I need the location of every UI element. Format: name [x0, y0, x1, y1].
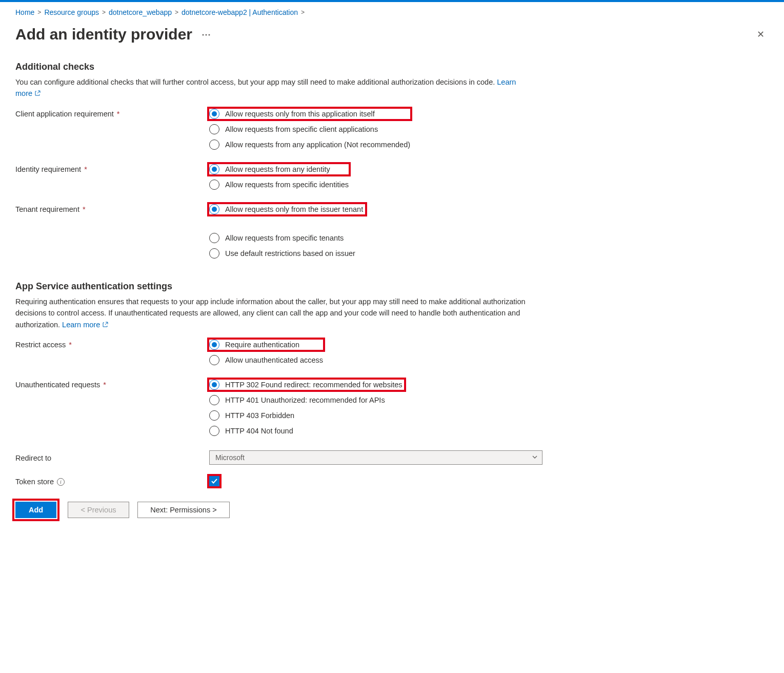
breadcrumb: Home > Resource groups > dotnetcore_weba… [15, 2, 769, 26]
chevron-right-icon: > [301, 9, 305, 16]
app-service-auth-desc: Requiring authentication ensures that re… [15, 296, 533, 340]
radio-label: Use default restrictions based on issuer [225, 249, 355, 258]
radio-label: HTTP 302 Found redirect: recommended for… [225, 381, 402, 389]
previous-button[interactable]: < Previous [68, 502, 129, 518]
radio-checked-icon [209, 380, 219, 390]
radio-label: HTTP 404 Not found [225, 427, 293, 435]
radio-http-302[interactable]: HTTP 302 Found redirect: recommended for… [209, 380, 402, 390]
learn-more-link[interactable]: Learn more [62, 321, 108, 329]
app-service-auth-heading: App Service authentication settings [15, 281, 769, 296]
radio-tenant-default[interactable]: Use default restrictions based on issuer [209, 248, 365, 259]
close-icon[interactable]: ✕ [753, 27, 769, 42]
radio-checked-icon [209, 204, 219, 214]
radio-unchecked-icon [209, 248, 219, 259]
info-icon[interactable]: i [57, 478, 65, 486]
radio-checked-icon [209, 340, 219, 350]
radio-unchecked-icon [209, 140, 219, 150]
radio-label: Allow requests from specific client appl… [225, 125, 378, 133]
radio-client-any-app[interactable]: Allow requests from any application (Not… [209, 140, 410, 150]
radio-label: HTTP 403 Forbidden [225, 411, 294, 420]
tenant-requirement-label: Tenant requirement * [15, 204, 209, 213]
radio-http-401[interactable]: HTTP 401 Unauthorized: recommended for A… [209, 395, 404, 405]
restrict-access-label: Restrict access * [15, 340, 209, 349]
external-link-icon [34, 88, 41, 94]
radio-label: HTTP 401 Unauthorized: recommended for A… [225, 396, 385, 404]
radio-label: Allow requests from any application (Not… [225, 141, 410, 149]
radio-http-404[interactable]: HTTP 404 Not found [209, 426, 404, 436]
token-store-checkbox[interactable] [209, 476, 219, 486]
page-title: Add an identity provider ⋯ [15, 26, 212, 43]
radio-unchecked-icon [209, 426, 219, 436]
radio-label: Require authentication [225, 341, 299, 349]
breadcrumb-authentication[interactable]: dotnetcore-webapp2 | Authentication [182, 8, 298, 16]
radio-identity-specific[interactable]: Allow requests from specific identities [209, 180, 349, 190]
next-permissions-button[interactable]: Next: Permissions > [137, 502, 230, 518]
radio-unchecked-icon [209, 395, 219, 405]
external-link-icon [102, 320, 108, 326]
more-icon[interactable]: ⋯ [202, 29, 212, 40]
breadcrumb-dotnetcore-webapp[interactable]: dotnetcore_webapp [109, 8, 172, 16]
radio-label: Allow requests from specific tenants [225, 234, 344, 242]
radio-unchecked-icon [209, 180, 219, 190]
redirect-to-dropdown[interactable]: Microsoft [209, 450, 542, 465]
token-store-label: Token store i [15, 477, 209, 486]
radio-unchecked-icon [209, 410, 219, 421]
radio-unchecked-icon [209, 355, 219, 365]
breadcrumb-resource-groups[interactable]: Resource groups [44, 8, 99, 16]
radio-http-403[interactable]: HTTP 403 Forbidden [209, 410, 404, 421]
radio-label: Allow unauthenticated access [225, 356, 323, 364]
radio-unchecked-icon [209, 124, 219, 134]
radio-unchecked-icon [209, 233, 219, 243]
chevron-right-icon: > [102, 9, 106, 16]
radio-label: Allow requests only from the issuer tena… [225, 205, 363, 213]
radio-checked-icon [209, 164, 219, 174]
radio-checked-icon [209, 109, 219, 119]
radio-label: Allow requests from specific identities [225, 181, 349, 189]
radio-client-specific-apps[interactable]: Allow requests from specific client appl… [209, 124, 410, 134]
additional-checks-heading: Additional checks [15, 62, 769, 76]
radio-label: Allow requests only from this applicatio… [225, 110, 375, 118]
radio-tenant-specific[interactable]: Allow requests from specific tenants [209, 233, 365, 243]
radio-tenant-issuer-only[interactable]: Allow requests only from the issuer tena… [209, 204, 363, 214]
dropdown-value: Microsoft [215, 453, 245, 462]
redirect-to-label: Redirect to [15, 453, 209, 462]
additional-checks-desc: You can configure additional checks that… [15, 76, 533, 109]
breadcrumb-home[interactable]: Home [15, 8, 34, 16]
radio-client-this-app-only[interactable]: Allow requests only from this applicatio… [209, 109, 375, 119]
radio-label: Allow requests from any identity [225, 165, 330, 173]
radio-require-auth[interactable]: Require authentication [209, 340, 299, 350]
chevron-right-icon: > [175, 9, 178, 16]
add-button[interactable]: Add [15, 502, 56, 518]
radio-allow-unauth[interactable]: Allow unauthenticated access [209, 355, 323, 365]
client-application-requirement-label: Client application requirement * [15, 109, 209, 118]
unauthenticated-requests-label: Unauthenticated requests * [15, 380, 209, 389]
radio-identity-any[interactable]: Allow requests from any identity [209, 164, 330, 174]
chevron-down-icon [532, 453, 538, 462]
identity-requirement-label: Identity requirement * [15, 164, 209, 173]
chevron-right-icon: > [37, 9, 41, 16]
